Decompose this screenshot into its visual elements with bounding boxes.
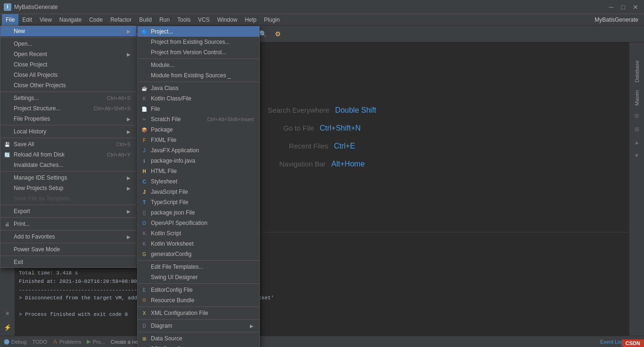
todo-label: TODO [32,339,47,345]
file-menu-export[interactable]: Export ▶ [0,206,136,216]
recent-files-row: Recent Files Ctrl+E [289,142,355,150]
new-kotlin-worksheet[interactable]: K Kotlin Worksheet [138,239,259,249]
right-layout-btn[interactable]: ⊞ [630,123,644,136]
file-menu-local-history[interactable]: Local History ▶ [0,126,136,137]
maven-label[interactable]: Maven [633,86,641,109]
todo-tab[interactable]: TODO [32,339,47,345]
file-menu-new[interactable]: New ▶ [0,26,136,36]
terminal-icon[interactable]: ⚡ [1,321,14,334]
file-menu-open-recent[interactable]: Open Recent ▶ [0,49,136,59]
file-properties-arrow: ▶ [127,116,131,122]
new-kotlin-class[interactable]: K Kotlin Class/File [138,93,259,104]
scratch-label: Scratch File [151,116,181,123]
file-menu-close-all-projects[interactable]: Close All Projects [0,70,136,80]
search-everywhere-row: Search Everywhere Double Shift [268,106,376,115]
new-package-json[interactable]: {} package.json File [138,207,259,218]
minimize-button[interactable]: ─ [607,2,616,12]
favorites-icon[interactable]: ★ [1,306,14,320]
new-file[interactable]: 📄 File [138,104,259,114]
maximize-button[interactable]: □ [619,2,627,12]
menu-code[interactable]: Code [85,14,107,25]
menu-run[interactable]: Run [156,14,173,25]
right-settings-btn[interactable]: ⚙ [630,109,644,123]
file-menu-reload[interactable]: 🔄 Reload All from Disk Ctrl+Alt+Y [0,149,136,160]
settings-button[interactable]: ⚙ [271,27,284,41]
close-button[interactable]: ✕ [631,2,640,12]
new-package-info[interactable]: ℹ package-info.java [138,156,259,166]
file-menu-save-as-template: Save File as Template... [0,193,136,204]
menu-build[interactable]: Build [135,14,156,25]
event-log-link[interactable]: Event Log [600,339,624,345]
new-stylesheet[interactable]: C Stylesheet [138,176,259,187]
new-fxml[interactable]: F FXML File [138,135,259,145]
new-module-from-existing[interactable]: Module from Existing Sources _ [138,70,259,81]
debug-tab[interactable]: ⬤ Debug [4,339,26,345]
file-menu-print[interactable]: 🖨 Print... [0,219,136,229]
fxml-icon: F [140,136,148,144]
new-generator-config[interactable]: G generatorConfig [138,249,259,259]
pro-tab[interactable]: ▶ Pro... [87,339,105,345]
title-bar-controls[interactable]: ─ □ ✕ [607,2,640,12]
new-scratch-file[interactable]: ✏ Scratch File Ctrl+Alt+Shift+Insert [138,114,259,124]
file-menu-manage-ide[interactable]: Manage IDE Settings ▶ [0,173,136,183]
file-menu-save-all[interactable]: 💾 Save All Ctrl+S [0,139,136,149]
new-xml-config[interactable]: X XML Configuration File [138,308,259,318]
new-swing-ui[interactable]: Swing UI Designer [138,272,259,282]
new-project-from-existing[interactable]: Project from Existing Sources... [138,37,259,47]
right-up-btn[interactable]: ▲ [630,136,644,149]
manage-ide-arrow: ▶ [127,175,131,181]
resource-bundle-icon: R [140,297,148,304]
new-projects-setup-label: New Projects Setup [14,185,63,191]
file-menu-new-projects-setup[interactable]: New Projects Setup ▶ [0,183,136,193]
reload-label: Reload All from Disk [14,151,65,158]
file-menu-close-project[interactable]: Close Project [0,59,136,70]
java-class-label: Java Class [151,85,179,91]
new-data-source[interactable]: ⊞ Data Source [138,333,259,344]
menu-plugin[interactable]: Plugin [260,14,283,25]
new-ddl-data-source[interactable]: ⊞ DDL Data Source [138,344,259,347]
new-js[interactable]: J JavaScript File [138,187,259,197]
file-menu-close-other-projects[interactable]: Close Other Projects [0,80,136,91]
add-to-favorites-arrow: ▶ [127,234,131,240]
new-java-class[interactable]: ☕ Java Class [138,83,259,93]
new-resource-bundle[interactable]: R Resource Bundle [138,295,259,306]
new-project-from-vcs[interactable]: Project from Version Control... [138,47,259,58]
file-menu-file-properties[interactable]: File Properties ▶ [0,114,136,124]
menu-file[interactable]: File [2,14,18,25]
new-html[interactable]: H HTML File [138,166,259,176]
new-diagram[interactable]: D Diagram ▶ [138,321,259,331]
new-edit-file-templates[interactable]: Edit File Templates... [138,262,259,272]
file-menu-add-to-favorites[interactable]: Add to Favorites ▶ [0,231,136,242]
menu-tools[interactable]: Tools [173,14,194,25]
file-menu-open[interactable]: Open... [0,39,136,49]
editorconfig-icon: E [140,286,148,294]
new-project[interactable]: 🔷 Project... [138,26,259,37]
new-module[interactable]: Module... [138,60,259,70]
menu-window[interactable]: Window [214,14,241,25]
file-menu-settings[interactable]: Settings... Ctrl+Alt+S [0,93,136,103]
new-arrow: ▶ [127,29,131,34]
menu-refactor[interactable]: Refactor [107,14,135,25]
new-openapi[interactable]: O OpenAPI Specification [138,218,259,228]
menu-edit[interactable]: Edit [18,14,36,25]
pro-label: Pro... [92,339,105,345]
new-ts[interactable]: T TypeScript File [138,197,259,207]
problems-tab[interactable]: ⚠ Problems [53,339,81,345]
new-kotlin-script[interactable]: K Kotlin Script [138,228,259,239]
menu-view[interactable]: View [36,14,56,25]
new-package[interactable]: 📦 Package [138,124,259,135]
file-menu-power-save[interactable]: Power Save Mode [0,244,136,255]
goto-file-label: Go to File [283,124,314,132]
console-separator-3: ----------------------------------------… [19,286,625,295]
menu-navigate[interactable]: Navigate [56,14,85,25]
menu-help[interactable]: Help [241,14,260,25]
right-down-btn[interactable]: ▼ [630,149,644,162]
file-menu-invalidate-caches[interactable]: Invalidate Caches... [0,160,136,170]
menu-vcs[interactable]: VCS [194,14,214,25]
new-javafx[interactable]: J JavaFX Application [138,145,259,156]
database-label[interactable]: Database [633,57,641,86]
file-menu-exit[interactable]: Exit [0,257,136,267]
new-editorconfig[interactable]: E EditorConfig File [138,285,259,295]
file-menu-project-structure[interactable]: Project Structure... Ctrl+Alt+Shift+S [0,103,136,114]
open-label: Open... [14,41,32,47]
